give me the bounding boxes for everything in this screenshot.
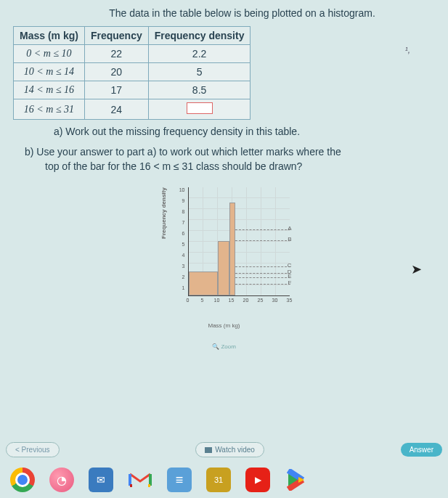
camera-icon: [205, 447, 212, 453]
table-row: 14 < m ≤ 16 17 8.5: [14, 81, 251, 99]
question-b: b) Use your answer to part a) to work ou…: [25, 144, 423, 174]
cell-mass: 10 < m ≤ 14: [14, 63, 85, 81]
th-mass: Mass (m kg): [14, 27, 85, 45]
data-table: Mass (m kg) Frequency Frequency density …: [13, 26, 251, 120]
scribble: ¹,: [405, 45, 410, 55]
zoom-button[interactable]: 🔍 Zoom: [159, 343, 290, 350]
answer-box[interactable]: [187, 102, 213, 114]
nav-bar: < Previous Watch video Answer: [0, 442, 448, 457]
table-row: 10 < m ≤ 14 20 5: [14, 63, 251, 81]
cell-dens: 8.5: [148, 81, 251, 99]
cell-freq: 20: [84, 63, 148, 81]
plot-area: ABCDEF: [188, 187, 290, 296]
cell-dens: 5: [148, 63, 251, 81]
cell-mass: 16 < m ≤ 31: [14, 99, 85, 120]
letter-marker-F: F: [235, 284, 290, 285]
assistant-icon[interactable]: [49, 468, 74, 492]
cursor-icon: ➤: [411, 261, 422, 277]
question-a: a) Work out the missing frequency densit…: [54, 126, 423, 137]
intro-text: The data in the table below is being plo…: [46, 7, 438, 19]
question-b-line1: b) Use your answer to part a) to work ou…: [25, 146, 341, 158]
table-row: 16 < m ≤ 31 24: [14, 99, 251, 120]
chart: Frequency density 12345678910 ABCDEF 051…: [159, 187, 290, 350]
answer-button[interactable]: Answer: [401, 443, 442, 457]
cell-dens-answer[interactable]: [148, 99, 251, 120]
y-ticks: 12345678910: [178, 187, 187, 296]
question-b-line2: top of the bar for the 16 < m ≤ 31 class…: [45, 159, 302, 174]
play-store-icon[interactable]: [285, 468, 309, 492]
th-dens: Frequency density: [148, 27, 251, 45]
letter-marker-D: D: [235, 273, 290, 274]
cell-freq: 17: [84, 81, 148, 99]
cell-freq: 24: [84, 99, 148, 120]
watch-video-button[interactable]: Watch video: [195, 442, 264, 457]
histogram-bar: [229, 203, 235, 295]
cell-freq: 22: [84, 45, 148, 63]
previous-button[interactable]: < Previous: [6, 442, 60, 457]
chrome-icon[interactable]: [10, 468, 35, 492]
letter-marker-B: B: [235, 240, 290, 241]
youtube-icon[interactable]: [245, 468, 270, 492]
th-freq: Frequency: [84, 27, 148, 45]
table-row: 0 < m ≤ 10 22 2.2: [14, 45, 251, 63]
letter-marker-C: C: [235, 266, 290, 267]
cell-mass: 0 < m ≤ 10: [14, 45, 85, 63]
letter-marker-E: E: [235, 277, 290, 278]
files-icon[interactable]: 31: [206, 468, 231, 492]
watch-label: Watch video: [215, 446, 255, 454]
histogram-bar: [218, 241, 229, 295]
letter-marker-A: A: [235, 229, 290, 230]
histogram-bar: [189, 272, 218, 295]
taskbar: ✉ 31: [0, 462, 448, 498]
tasks-icon[interactable]: [167, 468, 192, 492]
cell-dens: 2.2: [148, 45, 251, 63]
cell-mass: 14 < m ≤ 16: [14, 81, 85, 99]
gmail-icon[interactable]: [128, 468, 152, 492]
x-axis-label: Mass (m kg): [159, 322, 290, 329]
outlook-icon[interactable]: ✉: [89, 468, 113, 492]
y-axis-label: Frequency density: [160, 187, 167, 239]
